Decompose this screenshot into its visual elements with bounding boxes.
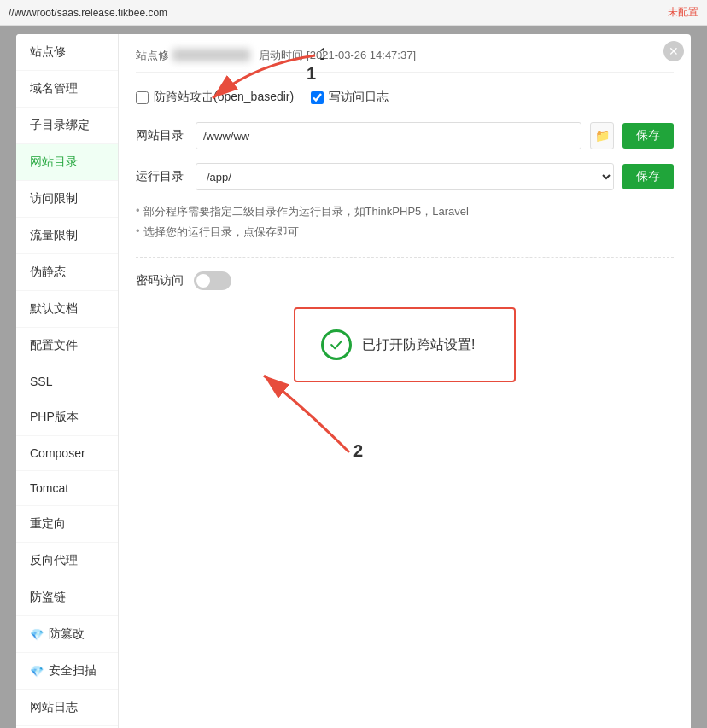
svg-text:2: 2	[354, 441, 363, 460]
sidebar-item-label: 站点修	[30, 44, 66, 60]
cross-site-checkbox-label[interactable]: 防跨站攻击(open_basedir)	[136, 90, 294, 105]
url-bar: //wwwroot/saas.release.tikbee.com	[9, 7, 668, 19]
sidebar-item-label: 安全扫描	[49, 663, 96, 678]
password-access-row: 密码访问	[136, 271, 674, 290]
success-popup: 已打开防跨站设置!	[294, 307, 516, 382]
sidebar-item-label: Composer	[30, 446, 85, 460]
top-bar: //wwwroot/saas.release.tikbee.com 未配置	[0, 0, 707, 26]
run-dir-row: 运行目录 /app/ 保存	[136, 163, 674, 190]
content-header: 站点修 xxxxxxxxxxxxxx 启动时间 [2021-03-26 14:4…	[136, 48, 674, 73]
website-dir-input[interactable]	[196, 122, 581, 149]
modal-overlay: ✕ 站点修 域名管理 子目录绑定 网站目录 访问限制 流量限制 伪静态	[0, 26, 707, 728]
success-message-text: 已打开防跨站设置!	[362, 336, 475, 354]
start-time-value: [2021-03-26 14:47:37]	[307, 49, 416, 61]
sidebar-item-subdir-bind[interactable]: 子目录绑定	[16, 108, 118, 144]
sidebar-item-label: Tomcat	[30, 481, 68, 495]
notes-section: 部分程序需要指定二级目录作为运行目录，如ThinkPHP5，Laravel 选择…	[136, 204, 674, 240]
sidebar-item-label: 子目录绑定	[30, 118, 90, 133]
folder-icon: 📁	[595, 129, 610, 143]
write-log-label-text: 写访问日志	[329, 90, 389, 105]
sidebar-item-site-modify[interactable]: 站点修	[16, 34, 118, 71]
gem-icon: 💎	[30, 665, 44, 678]
sidebar-item-composer[interactable]: Composer	[16, 436, 118, 471]
sidebar-item-hotlink[interactable]: 防盗链	[16, 579, 118, 616]
sidebar-item-label: 访问限制	[30, 191, 78, 207]
sidebar-item-ssl[interactable]: SSL	[16, 364, 118, 399]
section-divider	[136, 257, 674, 258]
run-dir-label: 运行目录	[136, 169, 187, 184]
sidebar-item-traffic-limit[interactable]: 流量限制	[16, 218, 118, 254]
toggle-slider	[194, 271, 231, 290]
write-log-checkbox-label[interactable]: 写访问日志	[311, 90, 389, 105]
sidebar-item-site-log[interactable]: 网站日志	[16, 690, 118, 726]
pwd-access-toggle[interactable]	[194, 271, 231, 290]
sidebar-item-label: SSL	[30, 375, 52, 388]
success-check-icon	[321, 329, 352, 360]
run-dir-select[interactable]: /app/	[196, 163, 614, 190]
sidebar-item-label: 防盗链	[30, 590, 66, 605]
note-item-2: 选择您的运行目录，点保存即可	[136, 224, 674, 240]
sidebar-item-label: 域名管理	[30, 81, 78, 96]
sidebar-item-domain-mgmt[interactable]: 域名管理	[16, 71, 118, 108]
write-log-checkbox[interactable]	[311, 91, 324, 104]
website-dir-row: 网站目录 📁 保存	[136, 122, 674, 149]
sidebar-item-label: 反向代理	[30, 553, 78, 568]
sidebar-item-reverse-proxy[interactable]: 反向代理	[16, 543, 118, 579]
sidebar-item-label: 配置文件	[30, 338, 78, 353]
modal-dialog: ✕ 站点修 域名管理 子目录绑定 网站目录 访问限制 流量限制 伪静态	[16, 34, 691, 728]
checkbox-row: 防跨站攻击(open_basedir) 写访问日志	[136, 90, 674, 105]
sidebar: 站点修 域名管理 子目录绑定 网站目录 访问限制 流量限制 伪静态 默认文档	[16, 34, 119, 728]
cross-site-label-text: 防跨站攻击(open_basedir)	[154, 90, 294, 105]
sidebar-item-tamper[interactable]: 💎 防篡改	[16, 616, 118, 653]
sidebar-item-pseudo-static[interactable]: 伪静态	[16, 254, 118, 291]
main-content: 站点修 xxxxxxxxxxxxxx 启动时间 [2021-03-26 14:4…	[119, 34, 691, 728]
sidebar-item-tomcat[interactable]: Tomcat	[16, 471, 118, 506]
status-badge: 未配置	[668, 5, 698, 20]
cross-site-checkbox[interactable]	[136, 91, 149, 104]
sidebar-item-sec-scan[interactable]: 💎 安全扫描	[16, 653, 118, 690]
header-title: 站点修	[136, 49, 169, 61]
sidebar-item-label: 网站日志	[30, 700, 78, 715]
sidebar-item-label: 伪静态	[30, 265, 66, 280]
gem-icon: 💎	[30, 628, 44, 641]
sidebar-item-php-version[interactable]: PHP版本	[16, 399, 118, 436]
sidebar-item-redirect[interactable]: 重定向	[16, 506, 118, 543]
sidebar-item-config-file[interactable]: 配置文件	[16, 328, 118, 364]
website-dir-save-button[interactable]: 保存	[622, 123, 674, 149]
sidebar-item-label: 防篡改	[49, 626, 85, 642]
sidebar-item-label: PHP版本	[30, 410, 79, 425]
close-button[interactable]: ✕	[663, 41, 684, 61]
note-1-text: 部分程序需要指定二级目录作为运行目录，如ThinkPHP5，Laravel	[143, 204, 469, 219]
note-2-text: 选择您的运行目录，点保存即可	[143, 224, 299, 240]
sidebar-item-default-doc[interactable]: 默认文档	[16, 291, 118, 328]
site-name: xxxxxxxxxxxxxx	[172, 49, 250, 61]
start-time-label: 启动时间	[259, 49, 303, 61]
sidebar-item-access-limit[interactable]: 访问限制	[16, 181, 118, 218]
checkmark-svg	[328, 336, 345, 353]
website-dir-label: 网站目录	[136, 128, 187, 143]
sidebar-item-label: 流量限制	[30, 228, 78, 243]
sidebar-item-website-dir[interactable]: 网站目录	[16, 144, 118, 181]
run-dir-save-button[interactable]: 保存	[622, 164, 674, 189]
pwd-access-label: 密码访问	[136, 273, 184, 288]
folder-browse-button[interactable]: 📁	[590, 122, 614, 149]
sidebar-item-label: 默认文档	[30, 301, 78, 317]
note-item-1: 部分程序需要指定二级目录作为运行目录，如ThinkPHP5，Laravel	[136, 204, 674, 219]
sidebar-item-label: 网站目录	[30, 154, 78, 170]
sidebar-item-label: 重定向	[30, 516, 66, 532]
